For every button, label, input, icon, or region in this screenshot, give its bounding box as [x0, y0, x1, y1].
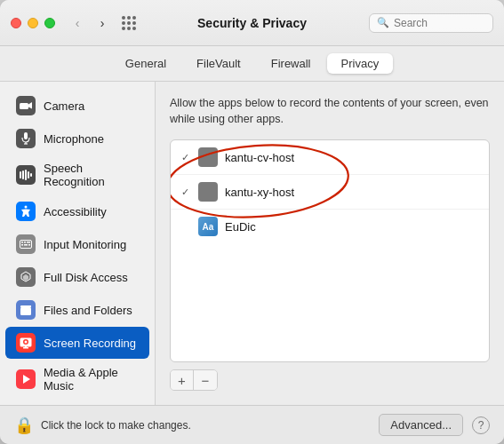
lock-area[interactable]: 🔒 Click the lock to make changes. [14, 416, 191, 435]
tab-privacy[interactable]: Privacy [327, 53, 394, 74]
svg-rect-18 [28, 244, 30, 246]
grid-icon [122, 16, 136, 30]
statusbar-right: Advanced... ? [379, 414, 490, 436]
sidebar-item-media-label: Media & Apple Music [44, 366, 139, 392]
remove-app-button[interactable]: − [194, 370, 217, 390]
svg-rect-16 [24, 244, 28, 246]
nav-buttons: ‹ › [68, 13, 112, 33]
app-name-kantu-cv: kantu-cv-host [225, 151, 294, 164]
grid-button[interactable] [119, 13, 139, 33]
sidebar-item-microphone-label: Microphone [44, 132, 104, 146]
maximize-button[interactable] [44, 18, 55, 28]
sidebar-item-camera[interactable]: Camera [5, 90, 149, 122]
svg-rect-14 [27, 242, 28, 243]
sidebar-item-media[interactable]: Media & Apple Music [5, 360, 149, 399]
sidebar-item-fulldisk[interactable]: Full Disk Access [5, 261, 149, 293]
svg-rect-20 [20, 305, 31, 308]
sidebar-item-inputmon[interactable]: Input Monitoring [5, 228, 149, 260]
app-checkbox-2[interactable]: ✓ [180, 186, 191, 198]
titlebar: ‹ › Security & Privacy 🔍 [0, 0, 504, 46]
search-input[interactable] [394, 17, 485, 29]
svg-rect-7 [25, 170, 27, 180]
content-description: Allow the apps below to record the conte… [170, 96, 490, 127]
svg-rect-12 [21, 242, 23, 243]
svg-rect-8 [28, 171, 29, 178]
sidebar-item-camera-label: Camera [44, 99, 84, 113]
app-icon-kantu-cv [198, 147, 218, 167]
screen-icon [16, 333, 36, 353]
svg-rect-13 [24, 242, 26, 243]
sidebar-item-speech-label: Speech Recognition [44, 162, 139, 188]
sidebar: Camera Microphone [0, 82, 156, 405]
back-button[interactable]: ‹ [68, 13, 87, 33]
close-button[interactable] [11, 18, 21, 28]
tabbar: General FileVault Firewall Privacy [0, 46, 504, 82]
svg-rect-9 [30, 173, 32, 177]
lock-text: Click the lock to make changes. [41, 419, 191, 432]
window-title: Security & Privacy [197, 16, 307, 30]
minimize-button[interactable] [28, 18, 38, 28]
sidebar-item-accessibility[interactable]: Accessibility [5, 195, 149, 227]
svg-point-25 [25, 340, 28, 343]
app-name-kantu-xy: kantu-xy-host [225, 186, 294, 199]
main-content: Camera Microphone [0, 82, 504, 405]
forward-button[interactable]: › [92, 13, 112, 33]
speech-icon [16, 165, 36, 185]
sidebar-item-speech[interactable]: Speech Recognition [5, 155, 149, 194]
microphone-icon [16, 129, 36, 148]
app-checkbox-3[interactable]: ✓ [180, 221, 191, 233]
svg-rect-23 [25, 346, 27, 348]
content-area: Allow the apps below to record the conte… [156, 82, 504, 405]
add-app-button[interactable]: + [171, 370, 194, 390]
advanced-button[interactable]: Advanced... [379, 414, 463, 436]
app-checkbox-1[interactable]: ✓ [180, 152, 191, 163]
list-controls: + − [170, 369, 218, 391]
accessibility-icon [16, 202, 36, 221]
svg-rect-6 [22, 170, 24, 179]
table-row: ✓ kantu-xy-host [171, 175, 489, 210]
sidebar-item-microphone[interactable]: Microphone [5, 123, 149, 155]
files-icon [16, 300, 36, 320]
traffic-lights [11, 18, 55, 28]
sidebar-item-screen-label: Screen Recording [44, 337, 136, 350]
statusbar: 🔒 Click the lock to make changes. Advanc… [0, 405, 504, 444]
fulldisk-icon [16, 267, 36, 287]
sidebar-item-screen[interactable]: Screen Recording [5, 327, 149, 359]
tab-filevault[interactable]: FileVault [182, 53, 255, 74]
svg-rect-15 [21, 244, 23, 246]
sidebar-item-accessibility-label: Accessibility [44, 205, 107, 218]
svg-rect-0 [20, 103, 28, 109]
camera-icon [16, 96, 36, 115]
table-row: ✓ kantu-cv-host [171, 140, 489, 175]
sidebar-item-inputmon-label: Input Monitoring [44, 238, 126, 251]
app-icon-eudic: Aa [198, 217, 218, 236]
table-row: ✓ Aa EuDic [171, 210, 489, 243]
svg-rect-5 [20, 171, 21, 178]
svg-rect-19 [20, 307, 31, 315]
search-box[interactable]: 🔍 [369, 13, 493, 33]
search-icon: 🔍 [377, 17, 389, 28]
sidebar-item-files-label: Files and Folders [44, 304, 132, 317]
svg-point-10 [25, 206, 28, 209]
tab-firewall[interactable]: Firewall [257, 53, 325, 74]
svg-rect-2 [24, 132, 28, 139]
app-list: ✓ kantu-cv-host ✓ kantu-xy-host ✓ Aa EuD… [170, 139, 490, 362]
main-window: ‹ › Security & Privacy 🔍 General FileVau… [0, 0, 504, 444]
sidebar-item-files[interactable]: Files and Folders [5, 294, 149, 326]
tab-general[interactable]: General [111, 53, 180, 74]
svg-rect-17 [28, 242, 30, 243]
sidebar-item-fulldisk-label: Full Disk Access [44, 271, 128, 284]
media-icon [16, 369, 36, 389]
app-icon-kantu-xy [198, 182, 218, 202]
lock-icon: 🔒 [14, 416, 34, 435]
help-button[interactable]: ? [472, 416, 490, 434]
inputmon-icon [16, 234, 36, 254]
app-name-eudic: EuDic [225, 220, 256, 234]
svg-marker-1 [28, 102, 32, 109]
